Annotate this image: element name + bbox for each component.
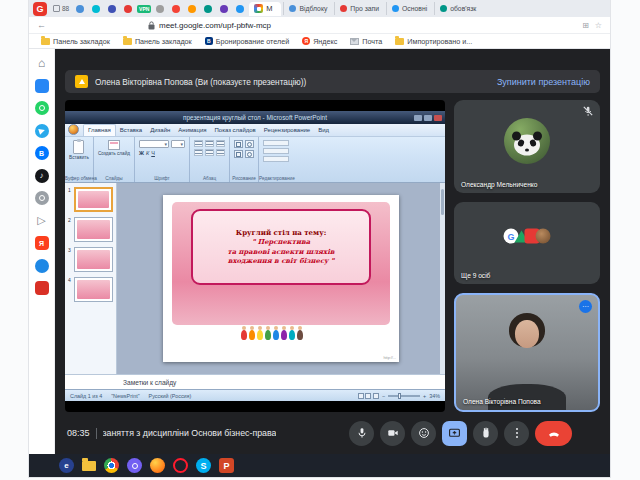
tab-favicon[interactable] [201,2,215,15]
shape-line-button[interactable] [245,150,254,158]
tab-favicon[interactable] [233,2,247,15]
raise-hand-button[interactable] [473,421,498,446]
zoom-knob[interactable] [398,393,401,399]
blue-app-icon[interactable] [35,79,49,93]
tab-favicon[interactable] [73,2,87,15]
play-icon[interactable]: ▷ [35,214,49,228]
tab-counter[interactable]: 88 [53,5,69,12]
align-left-button[interactable] [194,140,203,147]
maximize-icon[interactable] [424,115,432,121]
ribbon-tab-slideshow[interactable]: Показ слайдов [211,125,260,136]
firefox-icon[interactable] [150,458,165,473]
ribbon-tab-insert[interactable]: Вставка [116,125,146,136]
ribbon-tab-design[interactable]: Дизайн [146,125,174,136]
edge-icon[interactable]: e [59,458,74,473]
minimize-icon[interactable] [414,115,422,121]
numbering-button[interactable] [205,149,214,156]
red-app-icon[interactable] [35,281,49,295]
bookmark-item[interactable]: Я Яндекс [302,37,337,46]
music-app-icon[interactable]: ♪ [35,169,49,183]
end-call-button[interactable] [535,421,572,446]
slideshow-view-icon[interactable] [373,393,379,399]
tab-favicon[interactable] [105,2,119,15]
chrome-icon[interactable] [104,458,119,473]
self-video-tile[interactable]: ⋯ Олена Вікторівна Попова [454,293,600,412]
powerpoint-taskbar-icon[interactable]: P [219,458,234,473]
tab-vpn[interactable]: VPN [137,2,151,15]
ribbon-tab-view[interactable]: Вид [314,125,333,136]
select-button[interactable] [263,156,289,162]
phone-icon[interactable] [35,191,49,205]
ribbon-tab-animation[interactable]: Анимация [174,125,210,136]
slide-thumbnail-4[interactable]: 4 [68,277,113,302]
present-screen-button[interactable] [442,421,467,446]
tab-favicon[interactable] [185,2,199,15]
underline-button[interactable]: Ч [151,150,155,156]
tile-options-button[interactable]: ⋯ [579,300,592,313]
bullets-button[interactable] [194,149,203,156]
notes-pane[interactable]: Заметки к слайду [65,374,445,389]
more-options-button[interactable] [504,421,529,446]
zoom-slider[interactable] [388,395,420,397]
url-field[interactable]: meet.google.com/upf-pbfw-mcp [148,21,271,30]
slide-thumbnail-1[interactable]: 1 [68,187,113,212]
vertical-scrollbar[interactable] [440,183,445,374]
ribbon-tab-home[interactable]: Главная [83,124,116,136]
opera-icon[interactable] [173,458,188,473]
shape-arrow-button[interactable] [234,150,243,158]
tab-favicon[interactable] [153,2,167,15]
viber-icon[interactable] [127,458,142,473]
whatsapp-icon[interactable] [35,101,49,115]
tab-item[interactable]: Основні [386,2,432,15]
font-size-dropdown[interactable]: ▾ [171,140,185,148]
slide-thumbnail-2[interactable]: 2 [68,217,113,242]
bookmark-item[interactable]: B Бронирование отелей [205,37,289,46]
find-button[interactable] [263,140,289,146]
normal-view-icon[interactable] [358,393,364,399]
justify-button[interactable] [216,149,225,156]
tab-favicon[interactable] [89,2,103,15]
home-icon[interactable]: ⌂ [35,56,49,70]
align-center-button[interactable] [205,140,214,147]
mic-button[interactable] [349,421,374,446]
bookmark-star-icon[interactable]: ☆ [595,21,602,30]
telegram-icon[interactable] [35,124,49,138]
bookmark-item[interactable]: Почта [350,37,382,46]
browser-logo-icon[interactable]: G [33,2,47,16]
ribbon-tab-review[interactable]: Рецензирование [260,125,314,136]
tab-item[interactable]: Про запи [334,2,384,15]
zoom-out-button[interactable]: − [382,393,385,399]
extension-icon[interactable]: ⊞ [582,21,589,30]
align-right-button[interactable] [216,140,225,147]
participant-tile-overflow[interactable]: G Ще 9 осіб [454,202,600,284]
current-slide[interactable]: Круглий стіл на тему: " Перспектива та п… [163,195,399,361]
tab-favicon[interactable] [217,2,231,15]
shape-ellipse-button[interactable] [245,140,254,148]
camera-button[interactable] [380,421,405,446]
font-name-dropdown[interactable]: ▾ [139,140,169,148]
yandex-app-icon[interactable]: Я [35,236,49,250]
back-icon[interactable]: ← [37,21,46,30]
tab-meet-active[interactable]: M [249,2,281,16]
view-mode-buttons[interactable] [358,393,379,399]
tab-favicon[interactable] [169,2,183,15]
skype-icon[interactable]: S [196,458,211,473]
file-explorer-icon[interactable] [82,461,96,471]
tab-favicon[interactable] [121,2,135,15]
tab-item[interactable]: Відблоку [283,2,332,15]
bookmark-item[interactable]: Импортировано и... [395,37,472,46]
sorter-view-icon[interactable] [365,393,371,399]
reactions-button[interactable] [411,421,436,446]
new-slide-button[interactable]: Создать слайд [98,140,130,156]
stop-presentation-button[interactable]: Зупинити презентацію [497,77,590,87]
italic-button[interactable]: К [146,150,149,156]
zoom-in-button[interactable]: + [423,393,426,399]
slide-thumbnail-3[interactable]: 3 [68,247,113,272]
shape-rect-button[interactable] [234,140,243,148]
bookmark-item[interactable]: Панель закладок [123,37,192,46]
participant-tile-1[interactable]: Олександр Мельниченко [454,100,600,193]
blue-app-icon-2[interactable] [35,259,49,273]
bold-button[interactable]: Ж [139,150,144,156]
office-button[interactable] [68,124,79,135]
start-button[interactable] [36,458,51,473]
